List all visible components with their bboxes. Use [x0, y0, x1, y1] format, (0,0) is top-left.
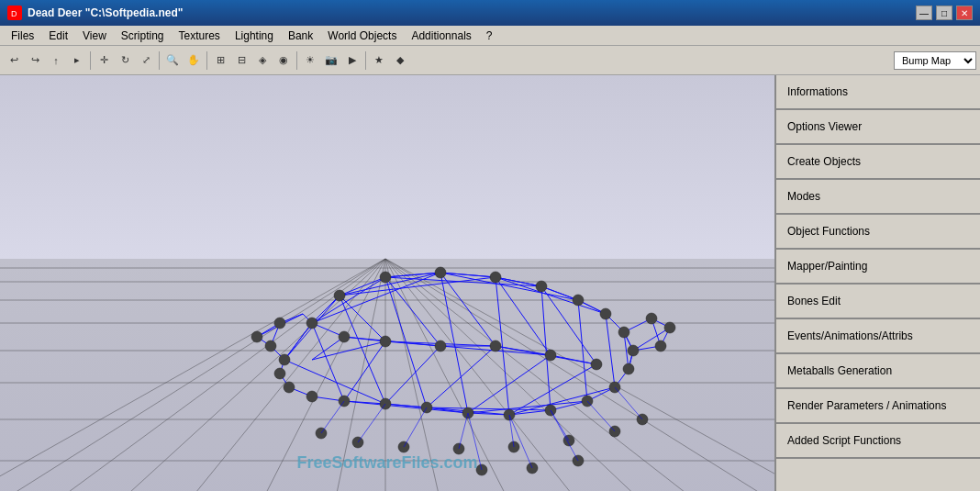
svg-point-87: [279, 354, 290, 365]
menu-item-scripting[interactable]: Scripting: [114, 28, 172, 44]
svg-point-110: [265, 340, 276, 352]
svg-point-120: [545, 350, 556, 361]
tool-open[interactable]: ↪: [25, 50, 45, 71]
svg-text:D: D: [11, 9, 17, 18]
watermark: FreeSoftwareFiles.com: [296, 453, 477, 473]
svg-point-89: [334, 290, 345, 301]
svg-point-118: [435, 340, 446, 352]
window-title: Dead Deer "C:\Softpedia.ned": [28, 6, 183, 19]
tool-select[interactable]: ▸: [67, 50, 87, 71]
watermark-text: FreeSoftwareFiles.com: [296, 453, 477, 472]
svg-point-98: [623, 363, 634, 374]
svg-point-116: [339, 331, 350, 342]
svg-point-121: [591, 359, 602, 370]
viewport[interactable]: FreeSoftwareFiles.com: [0, 75, 774, 491]
svg-point-109: [274, 368, 285, 379]
panel-btn-object-functions[interactable]: Object Functions: [776, 215, 980, 250]
menu-item-worldobjects[interactable]: World Objects: [320, 28, 404, 44]
svg-point-88: [306, 318, 317, 329]
toolbar: ↩ ↪ ↑ ▸ ✛ ↻ ⤢ 🔍 ✋ ⊞ ⊟ ◈ ◉ ☀ 📷 ▶ ★ ◆ Bump…: [0, 46, 980, 75]
panel-btn-events-animations-attribs[interactable]: Events/Animations/Attribs: [776, 319, 980, 354]
tool-new[interactable]: ↩: [4, 50, 24, 71]
titlebar: D Dead Deer "C:\Softpedia.ned" — □ ✕: [0, 0, 980, 26]
tool-fx[interactable]: ★: [369, 50, 389, 71]
svg-point-93: [536, 281, 547, 292]
svg-point-92: [490, 272, 501, 283]
close-button[interactable]: ✕: [956, 6, 973, 20]
minimize-button[interactable]: —: [916, 6, 932, 20]
menu-item-edit[interactable]: Edit: [41, 28, 75, 44]
tool-solid[interactable]: ◉: [273, 50, 294, 71]
tool-grid[interactable]: ⊞: [210, 50, 230, 71]
separator-1: [90, 51, 91, 70]
panel-btn-mapper-painting[interactable]: Mapper/Painting: [776, 250, 980, 285]
separator-4: [296, 51, 297, 70]
svg-point-95: [600, 308, 611, 319]
viewport-svg: [0, 75, 774, 491]
tool-scale[interactable]: ⤢: [136, 50, 156, 71]
separator-2: [159, 51, 160, 70]
tool-wire[interactable]: ◈: [252, 50, 273, 71]
menu-item-bank[interactable]: Bank: [281, 28, 320, 44]
tool-move[interactable]: ✛: [94, 50, 114, 71]
panel-btn-informations[interactable]: Informations: [776, 75, 980, 110]
tool-extra[interactable]: ◆: [390, 50, 410, 71]
tool-render[interactable]: ▶: [342, 50, 362, 71]
svg-point-119: [490, 340, 501, 352]
svg-point-91: [435, 267, 446, 278]
bump-map-select[interactable]: Bump Map: [894, 51, 976, 70]
panel-btn-create-objects[interactable]: Create Objects: [776, 145, 980, 180]
panel-btn-metaballs-generation[interactable]: Metaballs Generation: [776, 354, 980, 389]
right-panel: InformationsOptions ViewerCreate Objects…: [774, 75, 980, 491]
panel-btn-options-viewer[interactable]: Options Viewer: [776, 110, 980, 145]
svg-point-111: [251, 331, 262, 342]
svg-rect-2: [0, 75, 774, 259]
tool-snap[interactable]: ⊟: [231, 50, 251, 71]
tool-rotate[interactable]: ↻: [115, 50, 135, 71]
svg-point-114: [664, 322, 675, 333]
menubar: FilesEditViewScriptingTexturesLightingBa…: [0, 26, 980, 46]
maximize-button[interactable]: □: [936, 6, 952, 20]
svg-point-113: [646, 313, 657, 324]
menu-item-lighting[interactable]: Lighting: [228, 28, 281, 44]
separator-5: [365, 51, 366, 70]
svg-point-94: [573, 295, 584, 306]
svg-point-112: [274, 318, 285, 329]
menu-item-additionnals[interactable]: Additionnals: [404, 28, 478, 44]
svg-point-107: [306, 391, 317, 402]
svg-point-115: [655, 340, 666, 352]
svg-point-108: [284, 382, 295, 393]
panel-btn-render-parameters-animations[interactable]: Render Parameters / Animations: [776, 389, 980, 424]
tool-cam[interactable]: 📷: [321, 50, 341, 71]
menu-item-?[interactable]: ?: [479, 28, 500, 44]
tool-pan[interactable]: ✋: [184, 50, 204, 71]
svg-point-117: [380, 336, 391, 347]
menu-item-textures[interactable]: Textures: [172, 28, 228, 44]
main-area: FreeSoftwareFiles.com InformationsOption…: [0, 75, 980, 491]
panel-btn-modes[interactable]: Modes: [776, 180, 980, 215]
tool-save[interactable]: ↑: [46, 50, 66, 71]
tool-zoom[interactable]: 🔍: [162, 50, 183, 71]
svg-point-96: [618, 327, 629, 338]
panel-btn-added-script-functions[interactable]: Added Script Functions: [776, 424, 980, 459]
svg-point-97: [628, 345, 639, 356]
panel-btn-bones-edit[interactable]: Bones Edit: [776, 285, 980, 319]
svg-point-90: [380, 272, 391, 283]
app-icon: D: [7, 6, 22, 20]
menu-item-files[interactable]: Files: [4, 28, 41, 44]
separator-3: [206, 51, 207, 70]
menu-item-view[interactable]: View: [75, 28, 114, 44]
tool-light[interactable]: ☀: [300, 50, 320, 71]
window-controls: — □ ✕: [916, 6, 973, 20]
